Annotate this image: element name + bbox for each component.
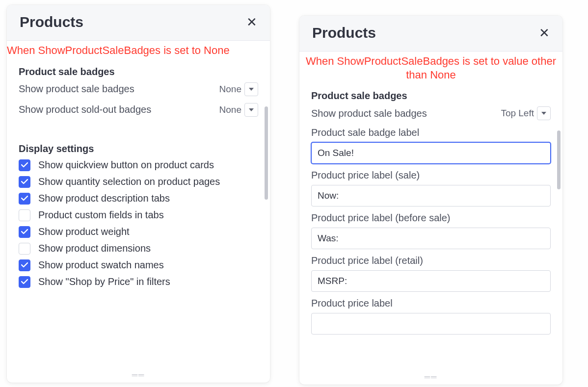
checkbox[interactable] xyxy=(19,193,30,205)
input-price-sale[interactable] xyxy=(311,185,551,206)
field-label: Product sale badge label xyxy=(311,127,551,138)
annotation-text: When ShowProductSaleBadges is set to Non… xyxy=(7,41,270,59)
checkbox-row: Show "Shop by Price" in filters xyxy=(19,276,258,288)
section-title-badges: Product sale badges xyxy=(19,66,258,77)
input-price-before[interactable] xyxy=(311,228,551,249)
section-title-badges: Product sale badges xyxy=(311,90,551,102)
row-show-sale-badges: Show product sale badges None xyxy=(19,82,258,96)
chevron-down-icon[interactable] xyxy=(244,82,258,96)
dropdown-value: None xyxy=(219,84,241,95)
dropdown-sale-badges[interactable]: None xyxy=(219,82,258,96)
checkbox-label: Show "Shop by Price" in filters xyxy=(38,276,170,287)
close-icon[interactable]: ✕ xyxy=(246,16,257,28)
drag-handle-icon[interactable]: ══ xyxy=(425,373,438,382)
row-label: Show product sold-out badges xyxy=(19,103,151,116)
input-badge-label[interactable] xyxy=(311,142,551,164)
checkbox[interactable] xyxy=(19,243,30,255)
field-label: Product price label (before sale) xyxy=(311,212,551,224)
dropdown-value: Top Left xyxy=(501,108,534,119)
field-price-retail: Product price label (retail) xyxy=(311,255,551,292)
products-panel-left: Products ✕ When ShowProductSaleBadges is… xyxy=(7,5,270,383)
row-show-sale-badges: Show product sale badges Top Left xyxy=(311,106,551,120)
field-price-sale: Product price label (sale) xyxy=(311,170,551,206)
field-label: Product price label (sale) xyxy=(311,170,551,181)
panel-header: Products ✕ xyxy=(7,5,270,41)
checkbox[interactable] xyxy=(19,176,30,188)
checkbox[interactable] xyxy=(19,209,30,221)
dropdown-value: None xyxy=(219,104,241,115)
dropdown-soldout-badges[interactable]: None xyxy=(219,103,258,117)
checkbox[interactable] xyxy=(19,276,30,288)
checkbox[interactable] xyxy=(19,259,30,271)
checkbox-row: Show product swatch names xyxy=(19,259,258,271)
panel-title: Products xyxy=(20,14,83,30)
panel-header: Products ✕ xyxy=(299,16,562,52)
products-panel-right: Products ✕ When ShowProductSaleBadges is… xyxy=(299,16,562,385)
panel-body: Product sale badges Show product sale ba… xyxy=(7,59,270,383)
checkbox[interactable] xyxy=(19,226,30,238)
chevron-down-icon[interactable] xyxy=(537,106,551,120)
annotation-text: When ShowProductSaleBadges is set to val… xyxy=(299,52,562,83)
field-price-label: Product price label xyxy=(311,298,551,335)
row-label: Show product sale badges xyxy=(19,82,134,96)
scrollbar-thumb[interactable] xyxy=(557,130,561,189)
input-price-label[interactable] xyxy=(311,313,551,335)
checkbox-label: Show quantity selection on product pages xyxy=(38,176,220,187)
checkbox-label: Product custom fields in tabs xyxy=(38,209,164,221)
checkbox-row: Show product description tabs xyxy=(19,193,258,205)
checkbox-row: Show quantity selection on product pages xyxy=(19,176,258,188)
checkbox-row: Show product dimensions xyxy=(19,243,258,255)
checkbox-row: Show quickview button on product cards xyxy=(19,159,258,171)
field-label: Product price label (retail) xyxy=(311,255,551,266)
checkbox[interactable] xyxy=(19,159,30,171)
chevron-down-icon[interactable] xyxy=(244,103,258,117)
checkbox-label: Show product swatch names xyxy=(38,259,164,271)
field-label: Product price label xyxy=(311,298,551,309)
checkbox-label: Show product weight xyxy=(38,226,130,237)
display-checklist: Show quickview button on product cardsSh… xyxy=(19,159,258,288)
panel-title: Products xyxy=(312,25,376,41)
checkbox-label: Show quickview button on product cards xyxy=(38,159,214,171)
checkbox-row: Product custom fields in tabs xyxy=(19,209,258,221)
panel-body: Product sale badges Show product sale ba… xyxy=(299,83,562,385)
row-show-soldout-badges: Show product sold-out badges None xyxy=(19,103,258,117)
scrollbar-thumb[interactable] xyxy=(265,106,268,200)
checkbox-label: Show product description tabs xyxy=(38,193,170,204)
field-price-before: Product price label (before sale) xyxy=(311,212,551,249)
drag-handle-icon[interactable]: ══ xyxy=(132,371,145,380)
checkbox-label: Show product dimensions xyxy=(38,243,151,254)
input-price-retail[interactable] xyxy=(311,270,551,292)
checkbox-row: Show product weight xyxy=(19,226,258,238)
close-icon[interactable]: ✕ xyxy=(539,26,550,39)
section-title-display: Display settings xyxy=(19,143,258,155)
field-badge-label: Product sale badge label xyxy=(311,127,551,164)
row-label: Show product sale badges xyxy=(311,107,427,120)
dropdown-sale-badges[interactable]: Top Left xyxy=(501,106,551,120)
